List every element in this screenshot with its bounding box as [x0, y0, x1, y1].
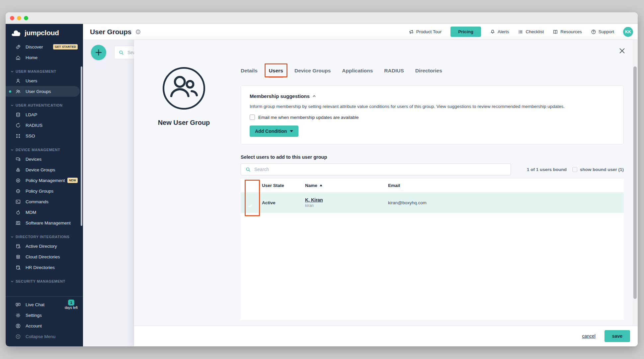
membership-suggestions-card: Membership suggestions Inform group memb…: [241, 85, 624, 144]
tab-applications[interactable]: Applications: [342, 66, 373, 77]
column-header-email[interactable]: Email: [388, 183, 624, 188]
sort-asc-icon: [320, 184, 322, 186]
sidebar-item-ldap[interactable]: LDAP: [6, 109, 83, 120]
resources-button[interactable]: Resources: [553, 29, 582, 35]
show-bound-checkbox[interactable]: [572, 167, 577, 172]
page-scrollbar-thumb[interactable]: [633, 66, 637, 299]
sidebar-item-user-groups[interactable]: User Groups: [6, 86, 80, 97]
user-search-row: Search 1 of 1 users bound show bound use…: [241, 163, 624, 175]
apple-icon: [15, 210, 21, 215]
search-placeholder: Search: [254, 167, 269, 172]
group-name-label: New User Group: [147, 119, 220, 127]
sidebar-item-mdm[interactable]: MDM: [6, 207, 83, 218]
add-condition-button[interactable]: Add Condition: [250, 126, 298, 137]
sidebar-item-device-groups[interactable]: Device Groups: [6, 164, 83, 175]
book-icon: [553, 29, 558, 35]
section-header-device-management[interactable]: DEVICE MANAGEMENT: [6, 146, 83, 154]
user-name-link[interactable]: K, Kiran: [305, 197, 388, 203]
save-button[interactable]: save: [604, 330, 630, 342]
section-header-directory-integrations[interactable]: DIRECTORY INTEGRATIONS: [6, 233, 83, 241]
sidebar-item-collapse-menu[interactable]: Collapse Menu: [6, 331, 83, 342]
users-table: User State Name Email Active K, Kiran: [241, 178, 624, 321]
sidebar-item-label: Cloud Directories: [26, 254, 60, 259]
pricing-button[interactable]: Pricing: [450, 27, 481, 37]
close-window-button[interactable]: [10, 16, 14, 20]
column-header-user-state[interactable]: User State: [262, 183, 305, 188]
sidebar-item-cloud-directories[interactable]: Cloud Directories: [6, 251, 83, 262]
page-scrollbar[interactable]: [632, 40, 638, 325]
sidebar-item-policy-management[interactable]: Policy Management NEW: [6, 175, 83, 186]
table-row[interactable]: Active K, Kiran kiran kiran@boxyhq.com: [241, 192, 624, 213]
sidebar-item-label: SSO: [26, 134, 35, 138]
section-header-user-management[interactable]: USER MANAGEMENT: [6, 67, 83, 75]
sidebar-item-label: Policy Management: [26, 178, 65, 183]
sidebar-bottom: Live Chat 1 days left Settings Account: [6, 296, 83, 346]
sidebar-item-sso[interactable]: SSO: [6, 131, 83, 141]
sidebar-item-devices[interactable]: Devices: [6, 154, 83, 164]
home-icon: [15, 55, 21, 60]
avatar[interactable]: KK: [623, 27, 633, 37]
show-bound-user-toggle[interactable]: show bound user (1): [572, 167, 624, 172]
sidebar-item-active-directory[interactable]: Active Directory: [6, 241, 83, 251]
sidebar-item-software-management[interactable]: Software Management: [6, 218, 83, 228]
tab-users[interactable]: Users: [269, 66, 283, 78]
account-icon: [15, 323, 21, 329]
email-optin-row[interactable]: Email me when membership updates are ava…: [250, 115, 615, 120]
product-tour-button[interactable]: Product Tour: [409, 29, 442, 35]
chat-icon: [15, 302, 21, 308]
info-icon[interactable]: [135, 29, 141, 35]
membership-suggestions-toggle[interactable]: Membership suggestions: [250, 93, 615, 99]
sidebar-item-label: Account: [26, 323, 42, 328]
group-identity: New User Group: [147, 67, 220, 127]
minimize-window-button[interactable]: [17, 16, 21, 20]
search-icon: [245, 167, 251, 172]
checklist-icon: [518, 29, 523, 35]
email-optin-checkbox[interactable]: [250, 115, 255, 120]
sidebar-scrollbar-thumb[interactable]: [81, 66, 82, 226]
devices-icon: [15, 156, 21, 162]
tab-directories[interactable]: Directories: [415, 66, 442, 77]
tab-radius[interactable]: RADIUS: [384, 66, 404, 77]
plus-icon: [95, 48, 103, 56]
close-icon[interactable]: [618, 47, 626, 54]
cancel-button[interactable]: cancel: [582, 333, 595, 339]
sidebar-item-label: MDM: [26, 210, 36, 215]
sidebar-item-settings[interactable]: Settings: [6, 310, 83, 320]
sidebar-item-label: Active Directory: [26, 244, 57, 249]
sidebar-item-policy-groups[interactable]: Policy Groups: [6, 186, 83, 196]
tab-details[interactable]: Details: [241, 66, 258, 77]
sidebar-item-hr-directories[interactable]: HR Directories: [6, 262, 83, 273]
sidebar-nav: Discover GET STARTED Home USER MANAGEMEN…: [6, 41, 83, 296]
hr-directories-icon: [15, 265, 21, 270]
database-icon: [15, 112, 21, 118]
sidebar-item-label: HR Directories: [26, 265, 55, 270]
jumpcloud-logo[interactable]: jumpcloud: [6, 24, 83, 41]
sidebar-item-account[interactable]: Account: [6, 320, 83, 331]
sidebar-item-label: Policy Groups: [26, 189, 53, 194]
support-button[interactable]: Support: [591, 29, 614, 35]
checklist-button[interactable]: Checklist: [518, 29, 544, 35]
caret-down-icon: [290, 130, 293, 132]
zoom-window-button[interactable]: [24, 16, 28, 20]
users-table-header: User State Name Email: [241, 178, 624, 192]
sidebar-item-label: Discover: [26, 45, 43, 49]
sidebar-item-live-chat[interactable]: Live Chat 1 days left: [6, 299, 83, 310]
section-header-user-authentication[interactable]: USER AUTHENTICATION: [6, 101, 83, 109]
gear-icon: [15, 313, 21, 318]
membership-suggestions-description: Inform group membership by setting relev…: [250, 104, 615, 109]
sidebar-item-commands[interactable]: Commands: [6, 196, 83, 207]
show-bound-label: show bound user (1): [580, 167, 624, 172]
sidebar-item-home[interactable]: Home: [6, 52, 83, 63]
column-header-name[interactable]: Name: [305, 183, 388, 188]
tab-device-groups[interactable]: Device Groups: [294, 66, 331, 77]
alerts-button[interactable]: Alerts: [490, 29, 509, 35]
sidebar-item-label: Device Groups: [26, 167, 55, 172]
sidebar-item-users[interactable]: Users: [6, 75, 83, 86]
add-user-group-button[interactable]: [91, 45, 106, 60]
section-header-security-management[interactable]: SECURITY MANAGEMENT: [6, 277, 83, 285]
window-titlebar: [6, 12, 638, 24]
logo-text: jumpcloud: [25, 29, 59, 37]
sidebar-item-radius[interactable]: RADIUS: [6, 120, 83, 131]
user-search-input[interactable]: Search: [241, 163, 511, 175]
sidebar-item-discover[interactable]: Discover GET STARTED: [6, 42, 83, 52]
